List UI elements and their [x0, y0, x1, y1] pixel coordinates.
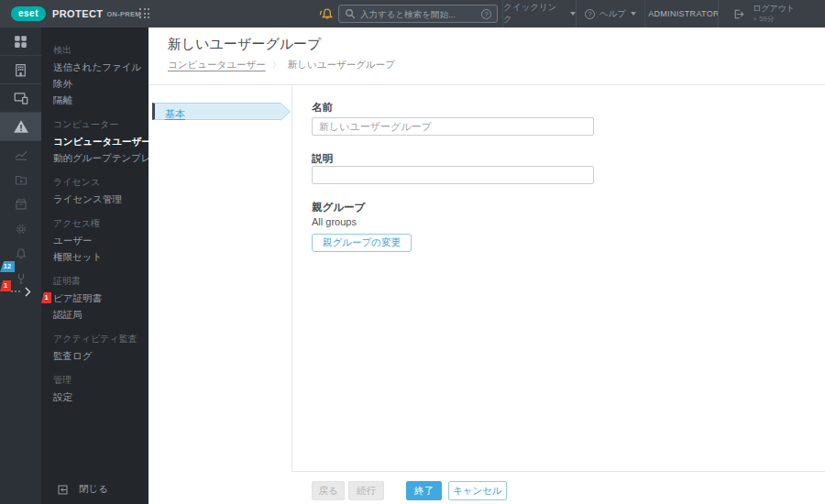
nav-header-licenses: ライセンス — [41, 174, 148, 191]
header-divider — [148, 84, 825, 85]
description-input[interactable] — [312, 166, 594, 184]
global-search: ? — [338, 5, 498, 23]
chevron-down-icon — [631, 12, 636, 16]
finish-button[interactable]: 終了 — [406, 481, 442, 500]
help-menu[interactable]: ? ヘルプ — [576, 0, 644, 27]
sidebar-item-detections[interactable] — [0, 113, 41, 141]
chevron-right-icon — [25, 287, 31, 297]
nav-header-admin: 管理 — [41, 372, 148, 389]
name-input[interactable] — [312, 117, 594, 136]
cancel-button[interactable]: キャンセル — [448, 481, 507, 500]
parent-group-label: 親グループ — [312, 201, 365, 214]
sidebar-item-computers[interactable] — [0, 84, 41, 113]
devices-icon — [13, 90, 29, 106]
top-bar: eset PROTECT ON-PREM ? クイックリンク ? ヘルプ ADM… — [0, 0, 825, 27]
session-timer: > 59分 — [753, 15, 795, 24]
apps-grid-icon[interactable] — [139, 8, 151, 20]
collapse-icon — [57, 484, 69, 496]
collapse-label: 閉じる — [79, 483, 108, 496]
search-help-icon[interactable]: ? — [481, 9, 491, 19]
nav-item-quarantine[interactable]: 隔離 — [41, 92, 148, 108]
notification-bell-icon[interactable] — [318, 5, 335, 22]
nav-item-label: ピア証明書 — [53, 292, 102, 303]
product-edition: ON-PREM — [106, 10, 141, 18]
main-content: 新しいユーザーグループ コンピュータユーザー 〉 新しいユーザーグループ 基本 … — [148, 27, 825, 504]
back-button[interactable]: 戻る — [312, 481, 345, 500]
nav-item-peer-certificates[interactable]: 1 ピア証明書 — [41, 290, 148, 306]
nav-item-certification-authorities[interactable]: 認証局 — [41, 306, 148, 323]
change-parent-group-button[interactable]: 親グループの変更 — [312, 234, 412, 252]
nav-header-computers: コンピューター — [41, 116, 148, 133]
notifications-icon[interactable] — [14, 247, 28, 261]
nav-item-audit-log[interactable]: 監査ログ — [41, 347, 148, 364]
nav-header-detections: 検出 — [41, 42, 148, 59]
nav-item-license-management[interactable]: ライセンス管理 — [41, 191, 148, 207]
nav-menu: 検出 送信されたファイル 除外 隔離 コンピューター コンピュータユーザー 動的… — [41, 27, 148, 405]
tasks-icon[interactable] — [14, 172, 28, 187]
icon-sidebar: 12 1 — [0, 27, 41, 504]
breadcrumb-current: 新しいユーザーグループ — [288, 59, 395, 71]
nav-item-permission-sets[interactable]: 権限セット — [41, 248, 148, 265]
brand: eset PROTECT ON-PREM — [11, 0, 141, 27]
continue-button[interactable]: 続行 — [348, 481, 384, 500]
logout-icon — [732, 7, 745, 21]
help-icon: ? — [585, 9, 595, 19]
wizard-divider — [292, 85, 292, 471]
page-title: 新しいユーザーグループ — [168, 36, 321, 53]
policies-gear-icon[interactable] — [14, 222, 28, 236]
nav-header-activity-audit: アクティビティ監査 — [41, 331, 148, 347]
sidebar-item-company[interactable] — [0, 56, 41, 84]
parent-group-value: All groups — [312, 216, 357, 227]
search-icon — [345, 8, 356, 19]
sidebar-item-dashboard[interactable] — [0, 27, 41, 56]
reports-icon[interactable] — [14, 148, 28, 162]
name-label: 名前 — [312, 101, 333, 115]
nav-item-users[interactable]: ユーザー — [41, 232, 148, 248]
nav-item-submitted-files[interactable]: 送信されたファイル — [41, 59, 148, 75]
nav-item-dynamic-group-templates[interactable]: 動的グループテンプレート — [41, 149, 148, 166]
nav-sidebar: 検出 送信されたファイル 除外 隔離 コンピューター コンピュータユーザー 動的… — [41, 27, 148, 504]
footer-divider — [292, 471, 825, 472]
quick-links-menu[interactable]: クイックリンク — [502, 0, 576, 27]
nav-header-certificates: 証明書 — [41, 273, 148, 290]
user-name: ADMINISTRATOR — [648, 9, 720, 18]
help-label: ヘルプ — [600, 8, 626, 20]
eset-logo: eset — [11, 6, 46, 21]
wizard-step-basic[interactable]: 基本 — [152, 103, 280, 120]
nav-header-access-rights: アクセス権 — [41, 215, 148, 232]
quick-links-label: クイックリンク — [503, 2, 566, 26]
building-icon — [13, 62, 28, 78]
nav-item-exclusions[interactable]: 除外 — [41, 75, 148, 92]
collapse-sidebar-button[interactable]: 閉じる — [41, 480, 148, 499]
logout-button[interactable]: ログアウト > 59分 — [718, 0, 825, 27]
product-name: PROTECT — [52, 8, 103, 19]
breadcrumb: コンピュータユーザー 〉 新しいユーザーグループ — [168, 59, 395, 71]
description-label: 説明 — [312, 152, 333, 166]
search-input[interactable] — [360, 9, 477, 19]
wizard-step-label[interactable]: 基本 — [165, 108, 185, 119]
nav-item-settings[interactable]: 設定 — [41, 389, 148, 405]
ellipsis-icon — [11, 290, 20, 292]
dashboard-icon — [13, 34, 28, 49]
warning-triangle-icon — [13, 118, 29, 135]
peer-cert-badge: 1 — [41, 292, 51, 303]
user-menu[interactable]: ADMINISTRATOR — [644, 0, 718, 27]
breadcrumb-parent-link[interactable]: コンピュータユーザー — [168, 59, 266, 71]
nav-item-computer-users[interactable]: コンピュータユーザー — [41, 133, 148, 149]
breadcrumb-separator: 〉 — [272, 59, 281, 71]
installers-icon[interactable] — [14, 197, 28, 212]
logout-label: ログアウト — [753, 4, 795, 14]
